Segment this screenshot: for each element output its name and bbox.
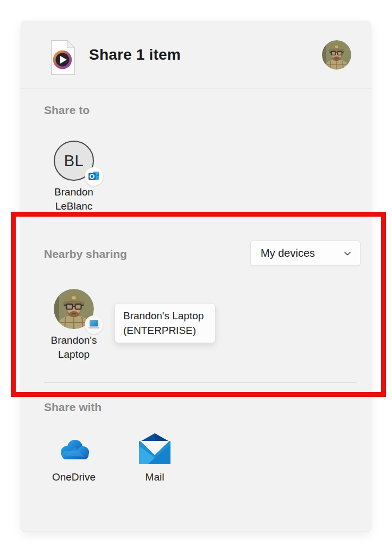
laptop-icon bbox=[85, 315, 103, 334]
outlook-icon bbox=[85, 167, 103, 186]
page-title: Share 1 item bbox=[89, 46, 181, 64]
section-divider bbox=[44, 224, 357, 224]
device-filter-dropdown[interactable]: My devices bbox=[250, 241, 361, 266]
media-file-icon bbox=[50, 40, 75, 75]
device-name: Brandon's Laptop bbox=[41, 333, 106, 362]
account-avatar[interactable] bbox=[322, 40, 351, 70]
app-name: Mail bbox=[122, 470, 187, 484]
share-dialog-page: Share 1 item Share to BL bbox=[0, 0, 392, 556]
mail-icon bbox=[122, 432, 187, 466]
app-tile-onedrive[interactable]: OneDrive bbox=[41, 432, 106, 484]
chevron-down-icon bbox=[344, 251, 351, 256]
share-dialog-card: Share 1 item Share to BL bbox=[21, 21, 371, 532]
dialog-header: Share 1 item bbox=[21, 21, 371, 89]
device-filter-value: My devices bbox=[261, 247, 315, 260]
device-tooltip: Brandon's Laptop (ENTERPRISE) bbox=[115, 303, 216, 343]
contact-tile-brandon-leblanc[interactable]: BL Brandon LeBlanc bbox=[41, 141, 106, 213]
app-name: OneDrive bbox=[41, 470, 106, 484]
section-divider bbox=[44, 382, 357, 383]
app-tile-mail[interactable]: Mail bbox=[122, 432, 187, 484]
share-to-label: Share to bbox=[44, 104, 90, 117]
contact-name: Brandon LeBlanc bbox=[41, 185, 106, 213]
share-with-label: Share with bbox=[44, 401, 102, 414]
device-tile-brandons-laptop[interactable]: Brandon's Laptop bbox=[41, 289, 106, 362]
nearby-sharing-label: Nearby sharing bbox=[44, 248, 127, 261]
onedrive-icon bbox=[41, 432, 106, 466]
